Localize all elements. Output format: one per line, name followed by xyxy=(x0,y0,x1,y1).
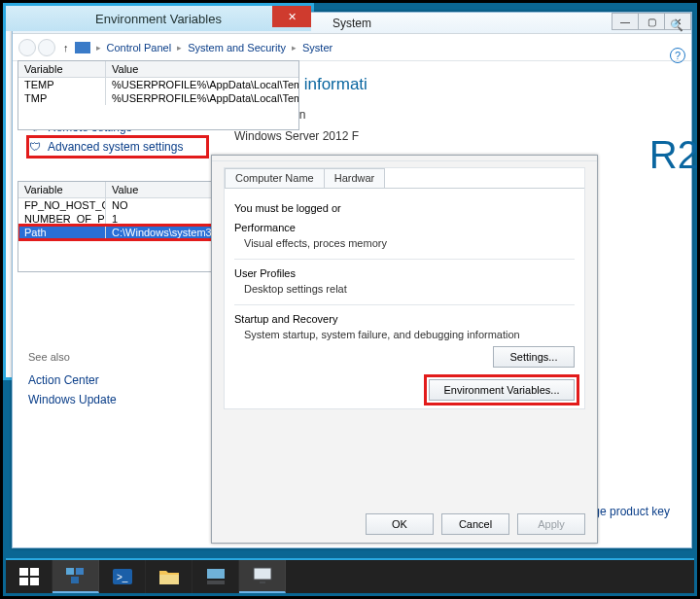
sidebar: Control Panel Home 🔧 Device Manager 🛡 Re… xyxy=(13,61,207,547)
admin-note: You must be logged or xyxy=(234,202,575,214)
chevron-right-icon: ▸ xyxy=(175,43,184,53)
powershell-icon: >_ xyxy=(111,565,134,588)
profiles-group: User Profiles Desktop settings relat xyxy=(234,267,575,295)
see-also-action-center[interactable]: Action Center xyxy=(28,370,207,390)
svg-rect-1 xyxy=(30,568,39,576)
env-title: Environment Variables xyxy=(95,12,222,26)
svg-rect-13 xyxy=(260,581,265,583)
svg-rect-12 xyxy=(254,568,271,580)
see-also-windows-update[interactable]: Windows Update xyxy=(28,390,207,409)
nav-fwd-button[interactable] xyxy=(38,39,55,56)
nav-up-button[interactable]: ↑ xyxy=(63,42,69,53)
crumb-control-panel[interactable]: Control Panel xyxy=(103,42,176,53)
svg-rect-3 xyxy=(30,578,39,585)
tab-hardware[interactable]: Hardwar xyxy=(324,168,386,188)
sidebar-item-advanced-settings[interactable]: 🛡 Advanced system settings xyxy=(28,137,207,157)
tabs: Computer Name Hardwar xyxy=(225,168,584,189)
col-variable[interactable]: Variable xyxy=(18,182,106,197)
nav-back-button[interactable] xyxy=(18,39,36,56)
svg-text:>_: >_ xyxy=(117,572,128,582)
startup-title: Startup and Recovery xyxy=(234,313,575,325)
env-titlebar[interactable]: Environment Variables ✕ xyxy=(6,6,311,31)
svg-rect-9 xyxy=(159,575,179,584)
environment-variables-button[interactable]: Environment Variables... xyxy=(429,379,575,401)
computer-icon xyxy=(251,564,274,587)
list-row[interactable]: TMP %USERPROFILE%\AppData\Local\Temp xyxy=(18,91,298,105)
svg-rect-10 xyxy=(207,569,225,579)
computer-icon xyxy=(75,42,90,53)
chevron-right-icon: ▸ xyxy=(290,43,298,53)
sidebar-item-label: Advanced system settings xyxy=(48,140,183,154)
explorer-button[interactable] xyxy=(146,560,192,593)
folder-icon xyxy=(158,565,181,588)
list-row[interactable]: TEMP %USERPROFILE%\AppData\Local\Temp xyxy=(18,78,298,91)
crumb-sys-sec[interactable]: System and Security xyxy=(184,42,290,53)
perf-title: Performance xyxy=(234,222,575,233)
address-bar[interactable]: ↑ ▸ Control Panel ▸ System and Security … xyxy=(13,34,691,61)
server-manager-icon xyxy=(204,565,228,588)
apply-button[interactable]: Apply xyxy=(517,513,585,535)
system-properties-dialog: Computer Name Hardwar You must be logged… xyxy=(211,155,598,544)
system-title: System xyxy=(332,17,371,30)
svg-rect-5 xyxy=(76,568,84,575)
tab-computer-name[interactable]: Computer Name xyxy=(225,168,325,188)
minimize-button[interactable]: — xyxy=(612,13,639,30)
performance-group: Performance Visual effects, proces memor… xyxy=(234,222,575,249)
system-taskbar-button[interactable] xyxy=(239,560,286,593)
close-button[interactable]: ✕ xyxy=(272,6,311,27)
startup-desc: System startup, system failure, and debu… xyxy=(234,329,575,340)
col-variable[interactable]: Variable xyxy=(18,61,106,77)
start-button[interactable] xyxy=(6,560,52,593)
svg-rect-6 xyxy=(71,577,79,583)
maximize-button[interactable]: ▢ xyxy=(638,13,665,30)
svg-rect-0 xyxy=(19,568,28,576)
cancel-button[interactable]: Cancel xyxy=(441,513,509,535)
profiles-desc: Desktop settings relat xyxy=(234,283,575,295)
ok-button[interactable]: OK xyxy=(366,513,434,535)
col-value[interactable]: Value xyxy=(106,61,298,77)
server-manager-button[interactable] xyxy=(192,560,239,593)
windows-logo-icon xyxy=(18,565,41,588)
shield-icon: 🛡 xyxy=(28,140,42,154)
svg-rect-11 xyxy=(207,581,225,584)
perf-desc: Visual effects, proces memory xyxy=(234,237,575,249)
profiles-title: User Profiles xyxy=(234,267,575,279)
taskview-icon xyxy=(64,564,88,587)
see-also-label: See also xyxy=(28,351,207,363)
svg-rect-2 xyxy=(19,578,28,585)
branding-label: R2 xyxy=(649,133,699,177)
user-vars-list[interactable]: Variable Value TEMP %USERPROFILE%\AppDat… xyxy=(18,60,299,130)
taskbar: >_ xyxy=(6,558,694,593)
svg-rect-4 xyxy=(66,568,74,575)
chevron-right-icon: ▸ xyxy=(94,43,103,53)
startup-group: Startup and Recovery System startup, sys… xyxy=(234,313,575,368)
powershell-button[interactable]: >_ xyxy=(99,560,146,593)
startup-settings-button[interactable]: Settings... xyxy=(493,346,575,368)
crumb-system[interactable]: Syster xyxy=(298,42,336,53)
search-icon[interactable]: 🔍 xyxy=(670,15,685,36)
taskview-button[interactable] xyxy=(52,560,99,593)
